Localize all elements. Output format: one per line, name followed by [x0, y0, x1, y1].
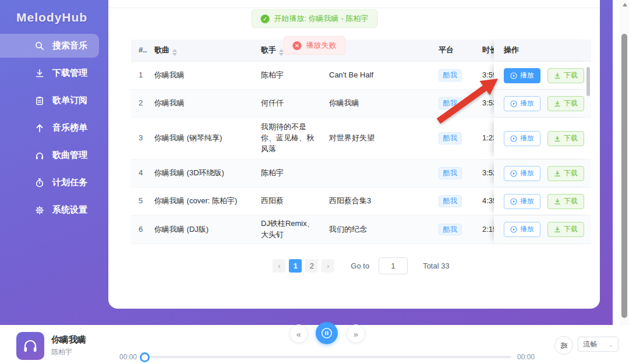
duration-text: 4:35 [472, 196, 494, 207]
song-title: 你瞒我瞒 (DJ版) [154, 224, 261, 235]
sidebar-item-music-charts[interactable]: 音乐榜单 [0, 116, 99, 140]
download-button[interactable]: 下载 [547, 166, 584, 181]
row-index: 5 [131, 196, 154, 207]
sidebar-item-search-music[interactable]: 搜索音乐 [0, 34, 99, 58]
equalizer-button[interactable] [554, 336, 573, 355]
play-button[interactable]: 播放 [504, 96, 540, 111]
album-name: 对世界好失望 [329, 133, 422, 144]
page-button-1[interactable]: 1 [289, 259, 302, 273]
header-operations: 操作 [494, 40, 591, 61]
singer-name: 何仟仟 [261, 98, 329, 109]
sidebar-item-label: 歌曲管理 [52, 150, 87, 161]
table-row: 6你瞒我瞒 (DJ版)DJ铁柱Remix、大头钉我们的纪念酷我2:15播放下载 [131, 215, 591, 244]
header-duration: 时长 [472, 45, 494, 56]
download-button[interactable]: 下载 [547, 131, 584, 146]
next-track-button[interactable]: » [347, 324, 365, 343]
chart-up-icon [34, 122, 45, 133]
sidebar-item-system-settings[interactable]: 系统设置 [0, 198, 99, 222]
play-pause-button[interactable] [316, 322, 338, 344]
platform-cell: 酷我 [422, 132, 472, 144]
play-button[interactable]: 播放 [504, 166, 540, 181]
sort-carets-icon[interactable] [172, 49, 177, 56]
x-circle-icon: ✕ [293, 41, 302, 50]
goto-page-input[interactable] [379, 257, 408, 274]
row-index: 3 [131, 133, 154, 144]
toast-success-text: 开始播放: 你瞒我瞒 - 陈柏宇 [274, 13, 369, 24]
download-button-label: 下载 [564, 98, 578, 108]
download-icon [554, 170, 561, 177]
sidebar: MelodyHub 搜索音乐 下载管理 歌单订阅 [0, 0, 108, 325]
singer-name: 西阳蔡 [261, 196, 329, 207]
app-window: MelodyHub 搜索音乐 下载管理 歌单订阅 [0, 0, 629, 364]
table-row: 1你瞒我瞒陈柏宇Can't Be Half酷我3:59播放下载 [131, 62, 591, 90]
play-circle-icon [510, 100, 517, 107]
play-circle-icon [510, 198, 517, 205]
sidebar-nav: 搜索音乐 下载管理 歌单订阅 音乐榜单 [0, 34, 108, 222]
sidebar-item-label: 计划任务 [52, 177, 87, 188]
download-button[interactable]: 下载 [547, 68, 584, 83]
header-index: #.. [131, 45, 154, 56]
play-circle-icon [510, 135, 517, 142]
singer-name: 陈柏宇 [261, 168, 329, 179]
singer-name: 陈柏宇 [261, 70, 329, 81]
platform-tag: 酷我 [439, 167, 462, 179]
headphones-icon [22, 338, 38, 354]
album-art-tile [16, 332, 44, 360]
play-button[interactable]: 播放 [504, 194, 540, 209]
download-icon [554, 72, 561, 79]
total-time: 00:00 [517, 353, 535, 361]
sidebar-item-scheduled-tasks[interactable]: 计划任务 [0, 171, 99, 195]
annotation-arrow [434, 72, 504, 127]
play-button[interactable]: 播放 [504, 68, 540, 83]
browser-scrollbar-thumb[interactable] [621, 34, 627, 318]
download-button[interactable]: 下载 [547, 222, 584, 237]
singer-name: 我期待的不是你、蓝见椿、秋风落 [261, 122, 329, 155]
previous-track-button[interactable]: « [289, 324, 308, 343]
total-count-label: Total 33 [423, 261, 450, 270]
duration-text: 2:15 [472, 224, 494, 235]
sliders-icon [560, 341, 568, 350]
check-circle-icon: ✓ [261, 15, 270, 23]
download-button[interactable]: 下载 [547, 96, 584, 111]
download-icon [554, 226, 561, 233]
platform-tag: 酷我 [439, 224, 462, 236]
playlist-subscribe-icon [34, 95, 45, 106]
header-song[interactable]: 歌曲 [154, 45, 261, 56]
song-title: 你瞒我瞒 (钢琴纯享) [154, 133, 261, 144]
table-row: 3你瞒我瞒 (钢琴纯享)我期待的不是你、蓝见椿、秋风落对世界好失望酷我1:23播… [131, 118, 591, 160]
progress-thumb[interactable] [140, 352, 150, 362]
table-scrollbar-thumb[interactable] [586, 67, 590, 96]
singer-name: DJ铁柱Remix、大头钉 [261, 218, 329, 241]
play-button[interactable]: 播放 [504, 131, 540, 146]
progress-track[interactable] [145, 356, 511, 358]
page-button-2[interactable]: 2 [305, 259, 318, 273]
duration-text: 1:23 [472, 133, 494, 144]
song-table-body: 1你瞒我瞒陈柏宇Can't Be Half酷我3:59播放下载2你瞒我瞒何仟仟你… [131, 62, 591, 244]
table-row: 2你瞒我瞒何仟仟你瞒我瞒酷我3:53播放下载 [131, 90, 591, 118]
album-name: 我们的纪念 [329, 224, 422, 235]
stopwatch-icon [34, 177, 45, 188]
scrollbar-up-arrow-icon[interactable] [623, 3, 627, 6]
quality-select[interactable]: 流畅 ⌄ [578, 337, 619, 352]
table-header-row: #.. 歌曲 歌手 专辑 平台 时长 操作 [131, 40, 591, 62]
headphones-icon [34, 150, 45, 161]
album-name: Can't Be Half [329, 70, 422, 81]
download-button-label: 下载 [564, 133, 578, 143]
sidebar-item-download-manage[interactable]: 下载管理 [0, 61, 99, 85]
sidebar-item-playlist-subscribe[interactable]: 歌单订阅 [0, 89, 99, 112]
play-button-label: 播放 [520, 196, 534, 206]
header-song-label: 歌曲 [154, 45, 169, 54]
download-icon [554, 135, 561, 142]
download-button[interactable]: 下载 [547, 194, 584, 209]
pagination: ‹ 1 2 › Go to Total 33 [115, 257, 607, 274]
download-icon [34, 68, 45, 79]
platform-cell: 酷我 [422, 224, 472, 236]
song-table: #.. 歌曲 歌手 专辑 平台 时长 操作 1你瞒我瞒陈柏宇Can't Be H… [131, 40, 591, 244]
prev-page-button[interactable]: ‹ [273, 259, 285, 273]
play-button[interactable]: 播放 [504, 222, 540, 237]
sidebar-item-song-manage[interactable]: 歌曲管理 [0, 143, 99, 167]
next-page-button[interactable]: › [321, 259, 334, 273]
sidebar-item-label: 歌单订阅 [52, 95, 87, 106]
play-button-label: 播放 [520, 133, 534, 143]
toast-error: ✕ 播放失败 [284, 36, 346, 55]
